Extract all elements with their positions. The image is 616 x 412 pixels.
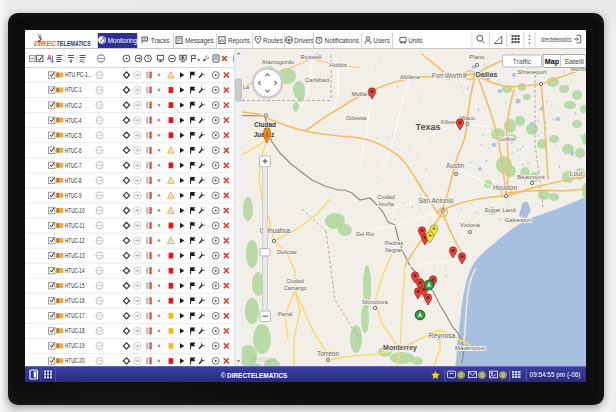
svg-text:Houston: Houston [493, 184, 518, 191]
svg-text:Hobbs: Hobbs [329, 62, 346, 68]
svg-text:HTUC-17: HTUC-17 [65, 312, 85, 319]
svg-text:Piedras: Piedras [385, 240, 404, 246]
svg-text:Reynosa: Reynosa [429, 332, 456, 340]
svg-text:Roswell: Roswell [300, 54, 321, 60]
svg-text:Lufkin: Lufkin [499, 136, 515, 142]
svg-text:Killeen: Killeen [441, 119, 458, 125]
svg-text:Shreveport: Shreveport [517, 69, 547, 75]
svg-text:Dallas: Dallas [475, 70, 497, 79]
svg-text:HTUC-18: HTUC-18 [65, 327, 85, 334]
svg-text:HTU PC-1...: HTU PC-1... [65, 71, 92, 78]
svg-text:Acuña: Acuña [378, 201, 395, 207]
svg-text:Delicias: Delicias [277, 249, 297, 255]
svg-text:HTUC-20: HTUC-20 [65, 357, 85, 364]
svg-text:0: 0 [459, 372, 462, 378]
svg-text:directelematics: directelematics [541, 36, 572, 43]
svg-text:Ciudad: Ciudad [377, 194, 394, 200]
svg-text:Camargo: Camargo [284, 285, 307, 291]
svg-text:HTUC-6: HTUC-6 [65, 147, 82, 154]
svg-text:Ciudad: Ciudad [286, 278, 303, 284]
svg-text:HTUC-2: HTUC-2 [65, 102, 82, 109]
svg-text:Alamogordo: Alamogordo [262, 59, 295, 65]
svg-text:HTUC-19: HTUC-19 [65, 342, 85, 349]
svg-text:Del Rio: Del Rio [356, 231, 374, 237]
svg-text:0: 0 [480, 372, 483, 378]
svg-text:Map: Map [545, 57, 560, 66]
svg-text:09:54:55 pm (-06): 09:54:55 pm (-06) [530, 371, 581, 379]
svg-text:DiREC: DiREC [34, 40, 56, 47]
svg-text:Galveston: Galveston [504, 217, 531, 223]
svg-text:Austin: Austin [446, 162, 464, 169]
svg-text:Loui: Loui [570, 170, 582, 177]
svg-text:TELEMATICS: TELEMATICS [57, 40, 91, 47]
svg-text:Sugar Land: Sugar Land [484, 207, 515, 213]
svg-text:HTUC-14: HTUC-14 [65, 267, 85, 274]
svg-text:Beaumont: Beaumont [517, 174, 545, 180]
svg-text:0: 0 [501, 372, 504, 378]
svg-text:HTUC-12: HTUC-12 [65, 237, 85, 244]
svg-text:Satelli: Satelli [564, 57, 584, 66]
svg-text:Plano: Plano [469, 54, 485, 60]
svg-text:Fort Worth: Fort Worth [432, 72, 463, 79]
svg-text:HTUC-7: HTUC-7 [65, 162, 82, 169]
svg-text:Texas: Texas [416, 122, 441, 132]
svg-text:Matamoros: Matamoros [455, 345, 485, 351]
svg-text:All: All [79, 59, 84, 64]
svg-text:HTUC-4: HTUC-4 [65, 117, 82, 124]
svg-text:Ciudad: Ciudad [254, 121, 276, 128]
svg-text:HTUC-9: HTUC-9 [65, 192, 82, 199]
svg-text:Google: Google [252, 356, 276, 364]
svg-text:Carlsbad: Carlsbad [305, 77, 329, 83]
svg-text:HTUC-16: HTUC-16 [65, 297, 85, 304]
svg-text:Torreón: Torreón [317, 350, 339, 357]
svg-text:Negras: Negras [385, 247, 403, 253]
svg-text:Traffic: Traffic [513, 58, 532, 65]
svg-text:HTUC-1: HTUC-1 [65, 86, 82, 93]
svg-text:HTUC-11: HTUC-11 [65, 222, 85, 229]
svg-text:HTUC-10: HTUC-10 [65, 207, 85, 214]
svg-text:Monterrey: Monterrey [383, 344, 417, 352]
svg-text:A: A [47, 54, 52, 61]
svg-text:Odessa: Odessa [346, 115, 367, 121]
svg-text:Victoria: Victoria [460, 222, 481, 228]
svg-text:HTUC-13: HTUC-13 [65, 252, 85, 259]
svg-text:HTUC-15: HTUC-15 [65, 282, 85, 289]
svg-text:Monclova: Monclova [362, 299, 388, 305]
svg-text:La: La [243, 84, 250, 90]
svg-text:© DIRECTELEMATICS: © DIRECTELEMATICS [221, 372, 288, 379]
svg-text:HTUC-5: HTUC-5 [65, 132, 82, 139]
svg-text:Parral: Parral [278, 311, 293, 317]
svg-text:HTUC-8: HTUC-8 [65, 177, 82, 184]
svg-text:San Antonio: San Antonio [418, 197, 453, 204]
svg-text:Abilene: Abilene [400, 74, 421, 80]
